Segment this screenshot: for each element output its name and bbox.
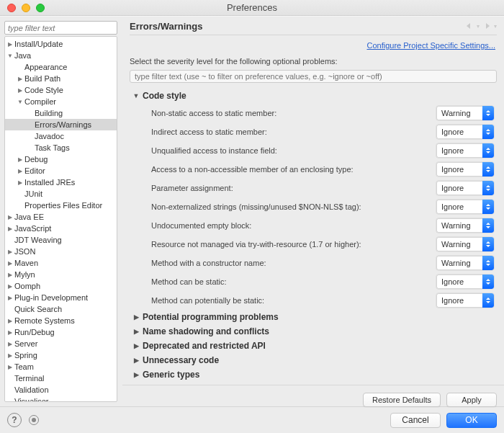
option-row: Non-externalized strings (missing/unused… — [130, 197, 497, 216]
select-stepper-icon — [482, 200, 494, 214]
chevron-right-icon: ▶ — [132, 328, 140, 335]
tree-item[interactable]: ▶Plug-in Development — [5, 292, 117, 303]
help-icon[interactable]: ? — [7, 413, 22, 427]
filter-input[interactable] — [4, 21, 117, 35]
tree-item-label: Task Tags — [34, 143, 70, 152]
configure-project-link[interactable]: Configure Project Specific Settings... — [130, 35, 497, 57]
tree-item[interactable]: JUnit — [5, 188, 117, 200]
select-value: Warning — [436, 106, 482, 120]
select-stepper-icon — [482, 143, 494, 158]
tree-item[interactable]: ▶Maven — [5, 257, 117, 269]
tree-item-label: Oomph — [14, 282, 40, 290]
section-collapsed[interactable]: ▶Deprecated and restricted API — [130, 339, 497, 353]
chevron-right-icon: ▶ — [6, 260, 14, 267]
problems-filter-input[interactable] — [130, 70, 497, 83]
chevron-right-icon: ▶ — [17, 76, 24, 82]
options-list: Non-static access to static member:Warni… — [130, 104, 497, 310]
option-row: Method with a constructor name:Warning — [130, 254, 497, 272]
tree-item[interactable]: ▶Mylyn — [5, 269, 117, 280]
tree-item[interactable]: ▶Code Style — [5, 84, 117, 96]
option-label: Method can potentially be static: — [151, 296, 436, 305]
severity-select[interactable]: Ignore — [436, 181, 494, 195]
tree-item-label: Validation — [14, 385, 49, 394]
tree-item[interactable]: ▶Install/Update — [5, 38, 117, 50]
severity-select[interactable]: Warning — [436, 237, 494, 251]
tree-item[interactable]: Errors/Warnings — [5, 119, 117, 130]
nav-icons: ▾ ▾ — [465, 22, 497, 32]
tree-item[interactable]: ▶Build Path — [5, 73, 117, 84]
select-value: Ignore — [436, 125, 482, 139]
severity-select[interactable]: Ignore — [436, 200, 494, 214]
tree-item[interactable]: ▶Run/Debug — [5, 326, 117, 338]
tree-item-label: JDT Weaving — [14, 236, 62, 244]
section-collapsed[interactable]: ▶Name shadowing and conflicts — [130, 324, 497, 339]
tree-item[interactable]: Javadoc — [5, 130, 117, 142]
tree-item[interactable]: ▶JavaScript — [5, 223, 117, 234]
option-row: Method can potentially be static:Ignore — [130, 291, 497, 310]
severity-select[interactable]: Ignore — [436, 293, 494, 308]
sidebar: ▶Install/Update▼JavaAppearance▶Build Pat… — [0, 17, 122, 406]
tree-item[interactable]: Terminal — [5, 372, 117, 384]
section-collapsed[interactable]: ▶Generic types — [130, 367, 497, 382]
forward-drop-icon[interactable]: ▾ — [494, 23, 497, 30]
intro-text: Select the severity level for the follow… — [130, 57, 497, 70]
severity-select[interactable]: Ignore — [436, 143, 494, 158]
severity-select[interactable]: Ignore — [436, 162, 494, 177]
tree-item[interactable]: ▶Installed JREs — [5, 177, 117, 188]
tree-item[interactable]: Visualiser — [5, 396, 117, 402]
back-drop-icon[interactable]: ▾ — [477, 23, 480, 30]
chevron-right-icon: ▶ — [132, 313, 140, 321]
tree-item[interactable]: ▶Server — [5, 338, 117, 349]
chevron-down-icon: ▼ — [132, 92, 140, 99]
severity-select[interactable]: Warning — [436, 256, 494, 270]
import-export-icon[interactable] — [29, 415, 39, 425]
chevron-right-icon: ▶ — [132, 371, 140, 378]
main-panel: Errors/Warnings ▾ ▾ Configure Project Sp… — [122, 17, 504, 406]
tree-item[interactable]: ▶Debug — [5, 153, 117, 165]
tree-item-label: Install/Update — [14, 40, 63, 48]
back-icon[interactable] — [465, 22, 474, 32]
preference-tree[interactable]: ▶Install/Update▼JavaAppearance▶Build Pat… — [4, 36, 117, 402]
tree-item-label: Quick Search — [14, 305, 62, 313]
option-label: Resource not managed via try-with-resour… — [151, 240, 436, 249]
chevron-right-icon: ▶ — [17, 179, 24, 186]
tree-item[interactable]: Building — [5, 107, 117, 119]
severity-select[interactable]: Ignore — [436, 274, 494, 289]
section-collapsed[interactable]: ▶Potential programming problems — [130, 310, 497, 324]
tree-item[interactable]: ▶Oomph — [5, 280, 117, 292]
select-stepper-icon — [482, 106, 494, 120]
window-title: Preferences — [0, 2, 504, 13]
select-value: Warning — [436, 237, 482, 251]
severity-select[interactable]: Ignore — [436, 125, 494, 139]
select-value: Ignore — [436, 181, 482, 195]
section-code-style[interactable]: ▼ Code style — [130, 89, 497, 104]
chevron-down-icon: ▼ — [6, 53, 14, 59]
apply-button[interactable]: Apply — [446, 393, 497, 407]
tree-item[interactable]: ▶Editor — [5, 165, 117, 177]
severity-select[interactable]: Warning — [436, 218, 494, 233]
tree-item[interactable]: ▶Spring — [5, 349, 117, 361]
cancel-button[interactable]: Cancel — [390, 413, 441, 428]
tree-item[interactable]: Task Tags — [5, 142, 117, 153]
tree-item[interactable]: ▶JSON — [5, 246, 117, 257]
tree-item-label: Server — [14, 339, 37, 348]
ok-button[interactable]: OK — [446, 413, 497, 428]
tree-item[interactable]: Validation — [5, 384, 117, 396]
tree-item[interactable]: ▶Java EE — [5, 211, 117, 223]
tree-item[interactable]: Properties Files Editor — [5, 200, 117, 211]
severity-select[interactable]: Warning — [436, 106, 494, 120]
restore-defaults-button[interactable]: Restore Defaults — [363, 393, 441, 407]
tree-item[interactable]: Quick Search — [5, 303, 117, 315]
tree-item[interactable]: Appearance — [5, 61, 117, 73]
chevron-right-icon: ▶ — [6, 283, 14, 290]
tree-item[interactable]: ▼Compiler — [5, 96, 117, 107]
forward-icon[interactable] — [482, 22, 491, 32]
tree-item[interactable]: ▶Remote Systems — [5, 315, 117, 326]
option-label: Unqualified access to instance field: — [151, 146, 436, 155]
tree-item[interactable]: ▼Java — [5, 50, 117, 61]
tree-item[interactable]: ▶Team — [5, 361, 117, 372]
section-collapsed[interactable]: ▶Unnecessary code — [130, 353, 497, 367]
option-row: Indirect access to static member:Ignore — [130, 122, 497, 141]
tree-item[interactable]: JDT Weaving — [5, 234, 117, 246]
tree-item-label: Editor — [24, 166, 45, 175]
